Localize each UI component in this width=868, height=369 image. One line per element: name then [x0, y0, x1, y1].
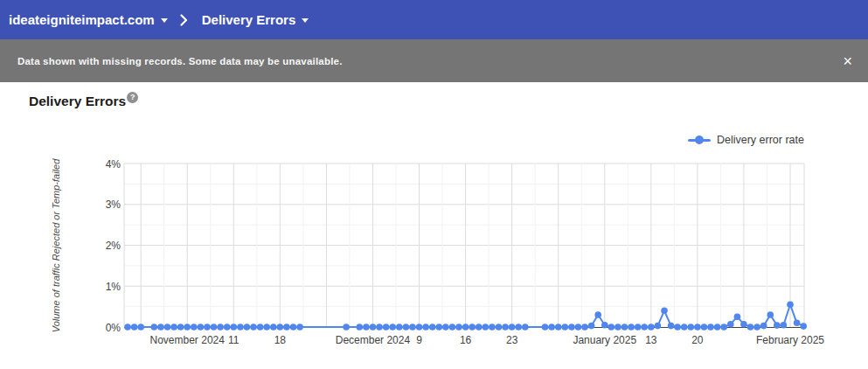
data-point[interactable]	[727, 321, 734, 328]
data-point[interactable]	[263, 324, 270, 331]
data-point[interactable]	[496, 324, 503, 331]
data-point[interactable]	[648, 324, 655, 331]
data-point[interactable]	[224, 324, 231, 331]
data-point[interactable]	[131, 324, 138, 331]
data-point[interactable]	[184, 324, 191, 331]
data-point[interactable]	[257, 324, 264, 331]
data-point[interactable]	[290, 324, 297, 331]
data-point[interactable]	[787, 302, 794, 309]
data-point[interactable]	[270, 324, 277, 331]
data-point[interactable]	[581, 324, 588, 331]
data-point[interactable]	[403, 324, 410, 331]
data-point[interactable]	[409, 324, 416, 331]
data-point[interactable]	[357, 324, 364, 331]
data-point[interactable]	[137, 324, 144, 331]
data-point[interactable]	[376, 324, 383, 331]
data-point[interactable]	[720, 324, 727, 331]
x-tick-label: 23	[506, 334, 518, 346]
data-point[interactable]	[641, 324, 648, 331]
data-point[interactable]	[383, 324, 390, 331]
data-point[interactable]	[217, 324, 224, 331]
data-point[interactable]	[767, 311, 774, 318]
data-point[interactable]	[694, 324, 701, 331]
data-point[interactable]	[502, 324, 509, 331]
data-point[interactable]	[277, 324, 284, 331]
data-point[interactable]	[396, 324, 403, 331]
data-point[interactable]	[661, 308, 668, 315]
data-point[interactable]	[753, 324, 760, 331]
data-point[interactable]	[231, 324, 238, 331]
data-point[interactable]	[429, 324, 436, 331]
data-point[interactable]	[283, 324, 290, 331]
data-point[interactable]	[422, 324, 429, 331]
data-point[interactable]	[608, 324, 615, 331]
data-point[interactable]	[442, 324, 449, 331]
data-point[interactable]	[794, 320, 801, 327]
data-point[interactable]	[575, 324, 582, 331]
x-tick-label: 20	[691, 334, 704, 346]
data-point[interactable]	[800, 323, 807, 330]
data-point[interactable]	[124, 324, 131, 331]
data-point[interactable]	[211, 324, 218, 331]
data-point[interactable]	[740, 321, 747, 328]
x-tick-label: 16	[460, 334, 472, 346]
y-tick-label: 0%	[106, 322, 122, 334]
data-point[interactable]	[363, 324, 370, 331]
data-point[interactable]	[594, 311, 601, 318]
data-point[interactable]	[515, 324, 522, 331]
data-point[interactable]	[555, 324, 562, 331]
data-point[interactable]	[542, 324, 549, 331]
data-point[interactable]	[601, 322, 608, 329]
data-point[interactable]	[615, 324, 621, 331]
data-point[interactable]	[688, 324, 695, 331]
data-point[interactable]	[151, 324, 158, 331]
data-point[interactable]	[370, 324, 377, 331]
data-point[interactable]	[568, 324, 575, 331]
data-point[interactable]	[522, 324, 529, 331]
data-point[interactable]	[701, 324, 708, 331]
data-point[interactable]	[343, 324, 350, 331]
data-point[interactable]	[674, 324, 681, 331]
data-point[interactable]	[628, 324, 635, 331]
data-point[interactable]	[296, 324, 303, 331]
data-point[interactable]	[747, 324, 754, 331]
data-point[interactable]	[781, 322, 788, 329]
data-point[interactable]	[164, 324, 171, 331]
data-point[interactable]	[681, 324, 688, 331]
data-point[interactable]	[655, 323, 662, 330]
data-point[interactable]	[157, 324, 164, 331]
data-point[interactable]	[734, 314, 741, 321]
data-point[interactable]	[774, 322, 781, 329]
data-point[interactable]	[469, 324, 476, 331]
data-point[interactable]	[548, 324, 555, 331]
data-point[interactable]	[436, 324, 443, 331]
data-point[interactable]	[588, 323, 595, 330]
data-point[interactable]	[483, 324, 490, 331]
data-point[interactable]	[191, 324, 198, 331]
data-point[interactable]	[250, 324, 257, 331]
data-point[interactable]	[198, 324, 205, 331]
data-point[interactable]	[455, 324, 462, 331]
data-point[interactable]	[714, 324, 721, 331]
data-point[interactable]	[707, 324, 714, 331]
data-point[interactable]	[462, 324, 469, 331]
data-point[interactable]	[204, 324, 211, 331]
data-point[interactable]	[416, 324, 423, 331]
data-point[interactable]	[509, 324, 516, 331]
data-point[interactable]	[489, 324, 496, 331]
data-point[interactable]	[476, 324, 483, 331]
data-point[interactable]	[177, 324, 184, 331]
data-point[interactable]	[449, 324, 456, 331]
data-point[interactable]	[562, 324, 569, 331]
x-tick-label: 13	[645, 334, 657, 346]
data-point[interactable]	[237, 324, 244, 331]
data-point[interactable]	[760, 323, 767, 330]
data-point[interactable]	[635, 324, 642, 331]
y-tick-label: 1%	[106, 281, 122, 293]
data-point[interactable]	[668, 323, 675, 330]
data-point[interactable]	[389, 324, 396, 331]
delivery-errors-page: ideateigniteimpact.com Delivery Errors D…	[0, 0, 868, 369]
data-point[interactable]	[244, 324, 251, 331]
data-point[interactable]	[170, 324, 177, 331]
data-point[interactable]	[621, 324, 628, 331]
